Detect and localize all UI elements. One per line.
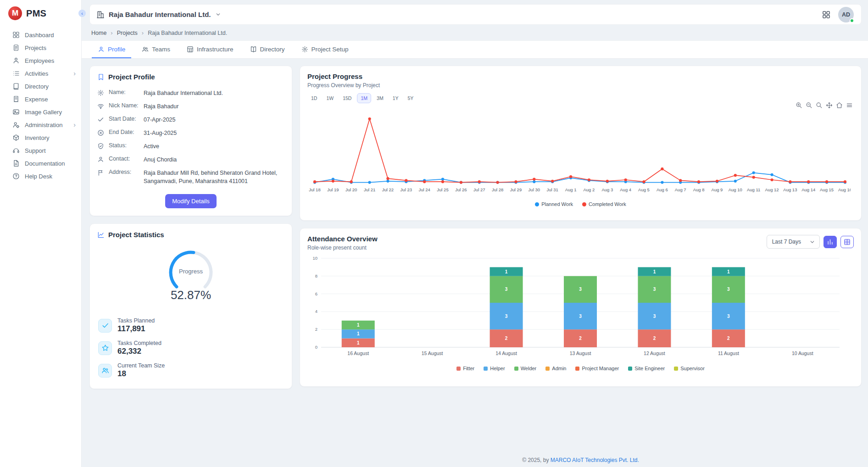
building-icon (96, 11, 105, 19)
activities-icon (12, 70, 20, 77)
company-name: Raja Bahadur International Ltd. (109, 11, 211, 18)
field-value: 07-Apr-2025 (144, 116, 284, 124)
pan-icon[interactable] (826, 102, 833, 109)
modify-details-button[interactable]: Modify Details (165, 194, 217, 208)
svg-text:3: 3 (727, 287, 730, 292)
check-icon (98, 319, 112, 333)
legend-item[interactable]: Admin (545, 366, 566, 371)
sidebar-item-inventory[interactable]: Inventory (0, 131, 81, 144)
svg-text:1: 1 (357, 340, 360, 345)
sidebar-item-label: Activities (25, 71, 48, 77)
svg-text:Aug 7: Aug 7 (675, 187, 686, 192)
tab-teams[interactable]: Teams (136, 41, 176, 58)
legend-item[interactable]: Site Engineer (628, 366, 665, 371)
sidebar-item-documentation[interactable]: Documentation (0, 157, 81, 170)
support-icon (12, 147, 20, 154)
tab-label: Infrastructure (197, 46, 234, 53)
sidebar-item-activities[interactable]: Activities › (0, 67, 81, 80)
legend-swatch (535, 202, 539, 206)
svg-text:Aug 1: Aug 1 (565, 187, 577, 192)
tab-directory[interactable]: Directory (244, 41, 291, 58)
tab-infrastructure[interactable]: Infrastructure (181, 41, 239, 58)
range-5y[interactable]: 5Y (404, 93, 417, 103)
sidebar-item-support[interactable]: Support (0, 144, 81, 157)
svg-text:6: 6 (315, 291, 317, 296)
sidebar-item-expense[interactable]: Expense (0, 93, 81, 106)
sidebar-item-directory[interactable]: Directory (0, 80, 81, 93)
legend-item[interactable]: Project Manager (575, 366, 619, 371)
sidebar-item-employees[interactable]: Employees (0, 54, 81, 67)
svg-text:Jul 23: Jul 23 (401, 187, 412, 192)
logo-m-icon: M (8, 6, 22, 20)
svg-text:3: 3 (505, 314, 508, 319)
legend-item[interactable]: Helper (484, 366, 505, 371)
breadcrumb: Home › Projects › Raja Bahadur Internati… (82, 25, 868, 40)
sidebar: M PMS Dashboard Projects Employees Activ… (0, 0, 82, 467)
app-logo[interactable]: M PMS (0, 0, 81, 27)
footer-link[interactable]: MARCO AIoT Technologies Pvt. Ltd. (551, 457, 639, 463)
field-label: Start Date: (109, 116, 139, 122)
sidebar-item-image-gallery[interactable]: Image Gallery (0, 106, 81, 118)
apps-grid-icon[interactable] (822, 10, 831, 19)
legend-item[interactable]: Welder (514, 366, 537, 371)
svg-text:3: 3 (653, 314, 656, 319)
legend-item[interactable]: Completed Work (582, 201, 626, 207)
select-value: Last 7 Days (772, 239, 801, 245)
content: Project Profile Name: Raja Bahadur Inter… (82, 59, 868, 452)
tab-profile[interactable]: Profile (92, 41, 131, 58)
table-view-toggle[interactable] (840, 236, 854, 248)
card-title: Project Statistics (108, 231, 164, 239)
svg-text:4: 4 (315, 309, 317, 314)
sidebar-item-label: Help Desk (25, 173, 52, 179)
legend-swatch (582, 202, 586, 206)
progress-line-chart[interactable]: Jul 18Jul 19Jul 20Jul 21Jul 22Jul 23Jul … (307, 105, 854, 200)
home-icon[interactable] (836, 102, 843, 109)
avatar[interactable]: AD (838, 7, 854, 22)
sidebar-item-dashboard[interactable]: Dashboard (0, 28, 81, 41)
range-3m[interactable]: 3M (373, 93, 387, 103)
bar-view-toggle[interactable] (823, 236, 837, 248)
menu-icon[interactable] (846, 102, 853, 109)
star-icon (98, 341, 112, 355)
attendance-bar-chart[interactable]: 024681011116 August15 August233114 Augus… (307, 253, 854, 365)
svg-text:3: 3 (579, 287, 582, 292)
zoom-in-icon[interactable] (796, 102, 802, 109)
sidebar-item-projects[interactable]: Projects (0, 41, 81, 54)
svg-text:3: 3 (653, 287, 656, 292)
zoom-out-icon[interactable] (806, 102, 812, 109)
range-1y[interactable]: 1Y (389, 93, 402, 103)
projects-icon (12, 44, 20, 51)
sidebar-collapse-button[interactable]: ‹ (78, 10, 86, 17)
sidebar-item-help-desk[interactable]: Help Desk (0, 170, 81, 183)
sidebar-item-administration[interactable]: Administration › (0, 118, 81, 131)
project-statistics-card: Project Statistics Progress 52.87% Tasks… (89, 223, 292, 389)
footer-text: © 2025, by (522, 457, 551, 463)
range-1d[interactable]: 1D (307, 93, 321, 103)
chart-toolbar (796, 102, 853, 109)
zoom-icon[interactable] (816, 102, 823, 109)
legend-swatch (456, 367, 461, 371)
svg-text:15 August: 15 August (422, 350, 443, 356)
image-gallery-icon (12, 108, 20, 116)
svg-text:3: 3 (579, 314, 582, 319)
employees-icon (12, 57, 20, 64)
field-end-date: End Date: 31-Aug-2025 (97, 126, 284, 139)
tab-project-setup[interactable]: Project Setup (295, 41, 355, 58)
legend-item[interactable]: Planned Work (535, 201, 573, 207)
field-start-date: Start Date: 07-Apr-2025 (97, 113, 284, 126)
attendance-range-select[interactable]: Last 7 Days (767, 235, 820, 249)
svg-text:2: 2 (315, 327, 317, 332)
breadcrumb-projects[interactable]: Projects (117, 30, 138, 36)
main-area: Raja Bahadur International Ltd. AD Home … (82, 0, 868, 467)
field-value: Anuj Chordia (144, 156, 284, 164)
breadcrumb-home[interactable]: Home (91, 30, 106, 36)
range-15d[interactable]: 15D (339, 93, 355, 103)
app-title: PMS (26, 8, 46, 19)
chart-line-icon (97, 231, 105, 239)
company-selector[interactable]: Raja Bahadur International Ltd. (96, 11, 221, 19)
legend-item[interactable]: Supervisor (674, 366, 705, 371)
svg-text:1: 1 (727, 269, 730, 274)
range-1m[interactable]: 1M (357, 93, 371, 103)
range-1w[interactable]: 1W (323, 93, 337, 103)
legend-item[interactable]: Fitter (456, 366, 474, 371)
